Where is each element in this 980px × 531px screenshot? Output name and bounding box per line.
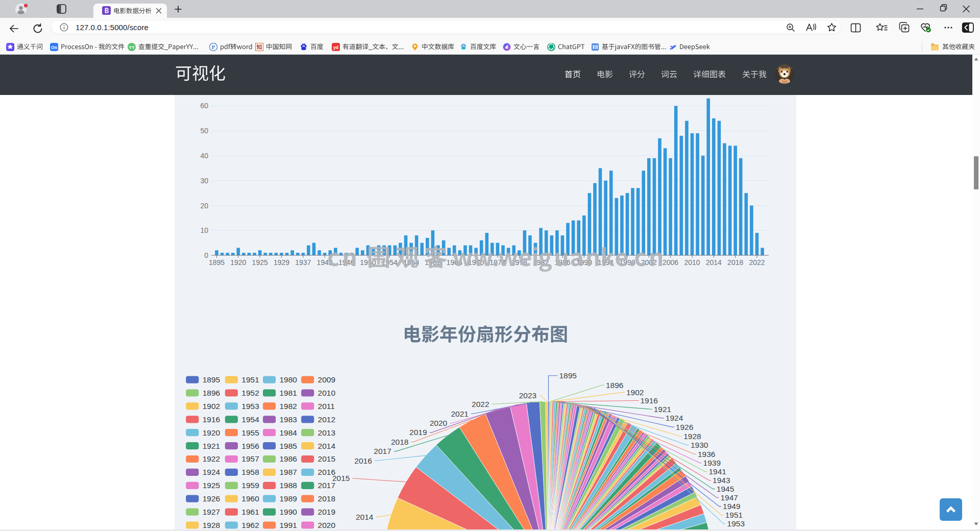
svg-text:2014: 2014	[706, 258, 722, 267]
svg-text:2017: 2017	[374, 447, 391, 455]
svg-text:20: 20	[200, 202, 208, 210]
svg-text:2023: 2023	[519, 391, 536, 400]
svg-text:1925: 1925	[252, 258, 268, 267]
svg-text:1936: 1936	[698, 450, 715, 458]
svg-text:1949: 1949	[723, 502, 740, 511]
svg-text:60: 60	[200, 102, 208, 110]
svg-text:YY: YY	[129, 44, 135, 50]
svg-text:1926: 1926	[676, 423, 693, 431]
svg-text:2019: 2019	[409, 428, 427, 437]
svg-text:2014: 2014	[356, 513, 374, 521]
svg-text:2018: 2018	[727, 258, 743, 267]
svg-text:1895: 1895	[559, 371, 577, 380]
svg-text:1920: 1920	[230, 258, 246, 267]
svg-text:yd: yd	[333, 44, 338, 50]
svg-text:2022: 2022	[749, 258, 765, 267]
svg-text:P: P	[212, 44, 215, 50]
svg-text:2016: 2016	[354, 456, 372, 465]
svg-text:30: 30	[200, 177, 208, 185]
svg-text:1921: 1921	[654, 405, 671, 414]
svg-text:1939: 1939	[703, 458, 721, 467]
svg-text:1924: 1924	[666, 414, 683, 422]
svg-text:10: 10	[200, 226, 208, 234]
svg-text:2006: 2006	[663, 258, 678, 267]
svg-text:2022: 2022	[472, 400, 489, 408]
svg-text:2015: 2015	[332, 474, 350, 482]
svg-text:50: 50	[200, 127, 208, 135]
svg-text:1916: 1916	[641, 396, 658, 405]
svg-text:1951: 1951	[725, 511, 743, 519]
svg-text:1947: 1947	[721, 493, 738, 502]
svg-text:1895: 1895	[209, 258, 225, 267]
svg-text:40: 40	[200, 152, 208, 160]
svg-text:1902: 1902	[626, 388, 644, 397]
svg-text:1945: 1945	[717, 485, 734, 493]
svg-text:1896: 1896	[606, 381, 623, 390]
svg-text:2018: 2018	[391, 438, 408, 446]
svg-text:1943: 1943	[713, 476, 730, 485]
svg-text:1930: 1930	[691, 441, 708, 449]
svg-text:On: On	[51, 44, 57, 50]
svg-text:1928: 1928	[683, 432, 701, 441]
svg-text:1937: 1937	[295, 258, 311, 267]
svg-text:2010: 2010	[684, 258, 700, 267]
svg-text:1941: 1941	[708, 467, 726, 476]
svg-text:2020: 2020	[430, 419, 448, 427]
svg-text:2021: 2021	[451, 409, 468, 418]
svg-text:1953: 1953	[727, 519, 745, 528]
svg-text:1929: 1929	[274, 258, 289, 267]
svg-text:0: 0	[204, 251, 208, 259]
